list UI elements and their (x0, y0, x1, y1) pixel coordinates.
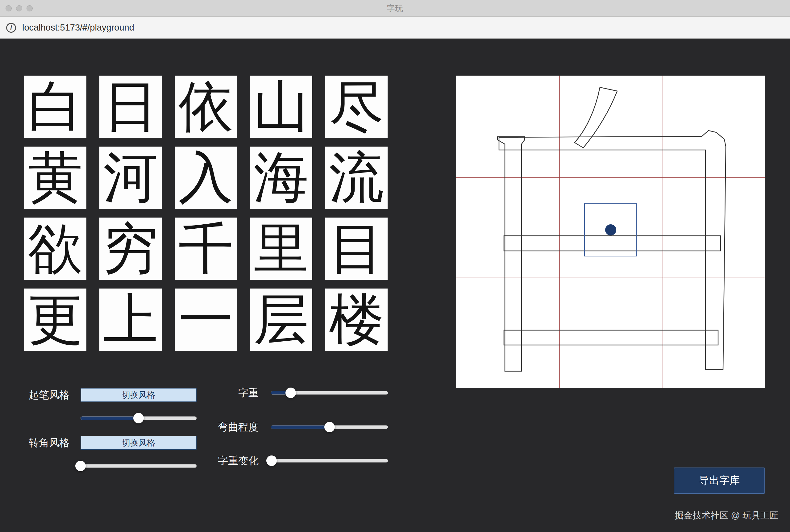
char-tile[interactable]: 更 (24, 288, 86, 351)
slider-thumb[interactable] (266, 455, 277, 466)
char-tile[interactable]: 目 (325, 217, 388, 280)
char-tile[interactable]: 上 (99, 288, 162, 351)
start-style-label: 起笔风格 (29, 388, 70, 402)
titlebar: 字玩 (0, 0, 790, 17)
char-tile[interactable]: 白 (24, 76, 86, 138)
char-tile[interactable]: 依 (175, 76, 237, 138)
url-text[interactable]: localhost:5173/#/playground (22, 22, 134, 33)
char-tile[interactable]: 尽 (325, 76, 388, 138)
minimize-button[interactable] (16, 5, 22, 12)
weight-slider[interactable] (271, 387, 388, 399)
slider-track (80, 464, 197, 468)
footer-credit: 掘金技术社区 @ 玩具工匠 (675, 509, 778, 523)
weight-variation-slider[interactable] (271, 455, 388, 467)
window-controls (5, 0, 33, 17)
slider-fill (80, 417, 138, 420)
slider-thumb[interactable] (75, 461, 86, 471)
curvature-slider[interactable] (271, 421, 388, 433)
curvature-label: 弯曲程度 (185, 420, 258, 434)
weight-variation-label: 字重变化 (185, 454, 258, 468)
char-tile[interactable]: 河 (99, 147, 162, 209)
char-tile[interactable]: 黄 (24, 147, 86, 209)
slider-track (271, 459, 388, 462)
char-tile[interactable]: 欲 (24, 217, 86, 280)
char-tile[interactable]: 穷 (99, 217, 162, 280)
glyph-stroke-left-vertical[interactable] (498, 137, 525, 371)
char-tile[interactable]: 一 (175, 288, 237, 351)
slider-thumb[interactable] (133, 413, 144, 423)
control-point[interactable] (605, 224, 616, 235)
char-tile[interactable]: 千 (175, 217, 237, 280)
char-tile[interactable]: 层 (250, 288, 312, 351)
glyph-stroke-middle-horizontal[interactable] (504, 236, 720, 251)
corner-style-slider[interactable] (80, 460, 197, 472)
glyph-stroke-slash[interactable] (575, 87, 617, 148)
corner-style-label: 转角风格 (29, 436, 70, 450)
export-font-button[interactable]: 导出字库 (674, 468, 765, 494)
slider-thumb[interactable] (286, 387, 296, 398)
slider-fill (271, 425, 330, 429)
window-title: 字玩 (0, 0, 790, 17)
info-icon[interactable]: i (6, 23, 16, 33)
corner-style-switch-button[interactable]: 切换风格 (80, 436, 197, 450)
info-glyph: i (10, 24, 12, 31)
char-tile[interactable]: 流 (325, 147, 388, 209)
app-window: 字玩 i localhost:5173/#/playground 白 日 依 山… (0, 0, 790, 532)
slider-thumb[interactable] (324, 422, 335, 432)
start-style-switch-button[interactable]: 切换风格 (80, 388, 197, 402)
url-bar: i localhost:5173/#/playground (0, 17, 790, 39)
char-tile[interactable]: 入 (175, 147, 237, 209)
glyph-editor-canvas[interactable] (456, 76, 765, 388)
close-button[interactable] (5, 5, 12, 12)
char-tile[interactable]: 日 (99, 76, 162, 138)
char-tile[interactable]: 里 (250, 217, 312, 280)
char-tile[interactable]: 山 (250, 76, 312, 138)
glyph-stroke-bottom-horizontal[interactable] (504, 330, 718, 345)
zoom-button[interactable] (26, 5, 33, 12)
weight-label: 字重 (185, 386, 258, 400)
start-style-slider[interactable] (80, 412, 197, 424)
glyph-stroke-top-horizontal-fold[interactable] (499, 131, 726, 369)
char-tile[interactable]: 海 (250, 147, 312, 209)
char-tile[interactable]: 楼 (325, 288, 388, 351)
char-grid: 白 日 依 山 尽 黄 河 入 海 流 欲 穷 千 里 目 更 上 一 层 楼 (24, 76, 388, 351)
